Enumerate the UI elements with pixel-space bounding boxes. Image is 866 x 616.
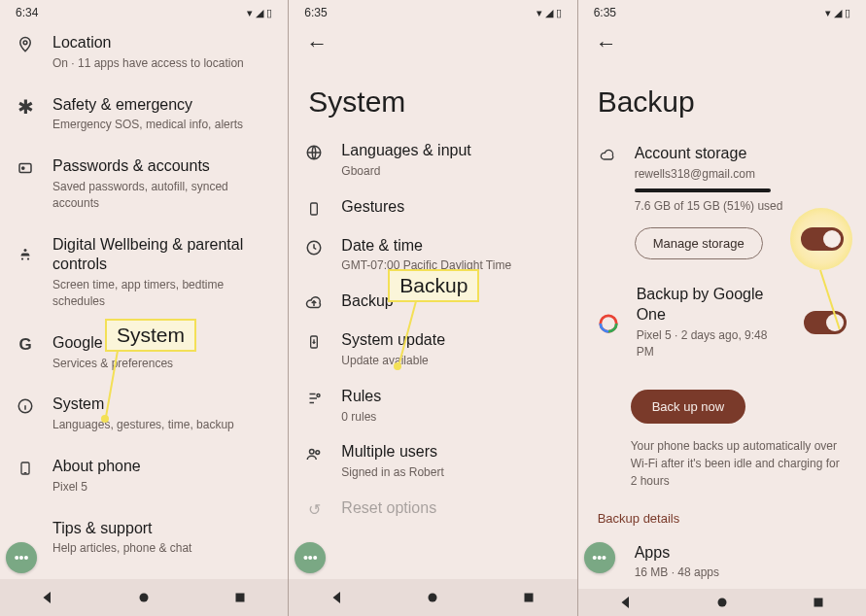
home-nav-icon[interactable] [424, 589, 441, 606]
clock-icon [304, 238, 324, 257]
system-gestures[interactable]: Gestures [289, 188, 576, 227]
recents-nav-icon[interactable] [810, 594, 827, 611]
rules-icon [304, 389, 324, 408]
status-bar: 6:35 ▾ ◢ ▯ [289, 0, 576, 21]
setting-title: Multiple users [341, 442, 559, 462]
google-one-icon [598, 313, 619, 334]
back-arrow-icon[interactable]: ← [596, 31, 617, 55]
system-users[interactable]: Multiple users Signed in as Robert [289, 433, 576, 490]
backup-apps-row[interactable]: Apps 16 MB · 48 apps [578, 531, 866, 590]
phone-icon [16, 459, 35, 478]
backup-now-button[interactable]: Back up now [631, 390, 745, 424]
svg-point-16 [316, 451, 320, 455]
page-title: System [289, 60, 576, 132]
system-date[interactable]: Date & time GMT-07:00 Pacific Daylight T… [289, 227, 576, 284]
setting-sub: Screen time, app timers, bedtime schedul… [52, 277, 270, 310]
backup-details-header: Backup details [578, 494, 866, 531]
settings-tips[interactable]: Tips & support Help articles, phone & ch… [0, 507, 288, 569]
svg-point-17 [429, 594, 437, 602]
location-icon [16, 35, 35, 54]
signal-icon: ◢ [545, 7, 553, 19]
clock: 6:35 [304, 6, 327, 19]
backup-screen: 6:35 ▾ ◢ ▯ ← Backup Account storage rewe… [578, 0, 866, 616]
recents-nav-icon[interactable] [520, 589, 537, 606]
setting-title: Tips & support [52, 519, 270, 539]
wellbeing-icon [16, 245, 35, 264]
system-rules[interactable]: Rules 0 rules [289, 378, 576, 434]
svg-point-14 [317, 394, 320, 396]
account-storage-row[interactable]: Account storage rewells318@gmail.com 7.6… [578, 132, 866, 267]
nav-bar [578, 589, 866, 616]
setting-sub: Emergency SOS, medical info, alerts [52, 117, 270, 133]
settings-screen: 6:34 ▾ ◢ ▯ Location On · 11 apps have ac… [0, 0, 289, 616]
system-reset[interactable]: ↺ Reset options [289, 490, 576, 529]
status-bar: 6:35 ▾ ◢ ▯ [578, 0, 866, 21]
google-one-sub: Pixel 5 · 2 days ago, 9:48 PM [637, 327, 786, 360]
manage-storage-button[interactable]: Manage storage [635, 227, 763, 259]
setting-title: Rules [341, 387, 559, 407]
nav-bar [0, 579, 288, 616]
settings-about[interactable]: About phone Pixel 5 [0, 445, 288, 507]
setting-title: System [52, 394, 270, 415]
svg-rect-9 [235, 594, 244, 602]
google-one-label: Backup by Google One [637, 285, 786, 325]
help-icon [16, 521, 35, 540]
back-nav-icon[interactable] [39, 589, 56, 606]
system-update[interactable]: System update Update available [289, 322, 576, 378]
cloud-icon [598, 146, 617, 165]
setting-sub: Languages, gestures, time, backup [52, 417, 270, 433]
svg-rect-11 [311, 203, 318, 215]
battery-icon: ▯ [845, 7, 850, 19]
settings-google[interactable]: G Google Services & preferences [0, 322, 288, 384]
apps-title: Apps [635, 543, 847, 564]
storage-usage: 7.6 GB of 15 GB (51%) used [635, 198, 847, 215]
back-nav-icon[interactable] [617, 594, 635, 611]
setting-title: Backup [341, 291, 559, 312]
settings-wellbeing[interactable]: Digital Wellbeing & parental controls Sc… [0, 223, 288, 322]
status-icons: ▾ ◢ ▯ [825, 7, 850, 19]
clock: 6:34 [16, 6, 38, 19]
google-icon: G [16, 335, 35, 355]
assistant-fab[interactable]: ••• [6, 542, 37, 573]
setting-sub: Signed in as Robert [341, 464, 559, 481]
settings-passwords[interactable]: Passwords & accounts Saved passwords, au… [0, 145, 288, 222]
google-one-toggle[interactable] [804, 311, 847, 334]
wifi-icon: ▾ [247, 7, 253, 19]
back-arrow-icon[interactable]: ← [306, 31, 328, 55]
system-languages[interactable]: Languages & input Gboard [289, 132, 576, 188]
setting-title: System update [341, 330, 559, 351]
settings-location[interactable]: Location On · 11 apps have access to loc… [0, 21, 288, 84]
setting-title: Digital Wellbeing & parental controls [52, 235, 270, 276]
setting-sub: Saved passwords, autofill, synced accoun… [52, 179, 270, 212]
setting-title: Google [52, 333, 270, 354]
setting-title: Gestures [341, 197, 559, 218]
status-icons: ▾ ◢ ▯ [247, 7, 272, 19]
storage-label: Account storage [635, 144, 847, 164]
home-nav-icon[interactable] [713, 594, 731, 611]
setting-title: Passwords & accounts [52, 156, 270, 177]
home-nav-icon[interactable] [135, 589, 153, 606]
svg-point-0 [23, 41, 27, 45]
svg-point-22 [717, 599, 726, 607]
setting-sub: Help articles, phone & chat [52, 540, 270, 557]
setting-title: Date & time [341, 236, 559, 257]
svg-rect-1 [19, 164, 31, 173]
settings-system[interactable]: System Languages, gestures, time, backup [0, 383, 288, 445]
system-screen: 6:35 ▾ ◢ ▯ ← System Languages & input Gb… [289, 0, 577, 616]
setting-title: Safety & emergency [52, 95, 270, 116]
setting-sub: On · 11 apps have access to location [52, 55, 270, 72]
setting-sub: Gboard [341, 163, 559, 180]
signal-icon: ◢ [256, 7, 263, 19]
settings-safety[interactable]: ✱ Safety & emergency Emergency SOS, medi… [0, 84, 288, 146]
back-nav-icon[interactable] [329, 589, 346, 606]
apps-sub: 16 MB · 48 apps [635, 565, 847, 581]
key-icon [16, 158, 35, 178]
assistant-fab[interactable]: ••• [584, 542, 615, 573]
system-backup[interactable]: Backup [289, 283, 576, 322]
storage-account: rewells318@gmail.com [635, 166, 847, 183]
setting-sub: Services & preferences [52, 356, 270, 372]
page-title: Backup [578, 60, 866, 132]
globe-icon [304, 143, 324, 162]
recents-nav-icon[interactable] [231, 589, 249, 606]
wifi-icon: ▾ [825, 7, 831, 19]
